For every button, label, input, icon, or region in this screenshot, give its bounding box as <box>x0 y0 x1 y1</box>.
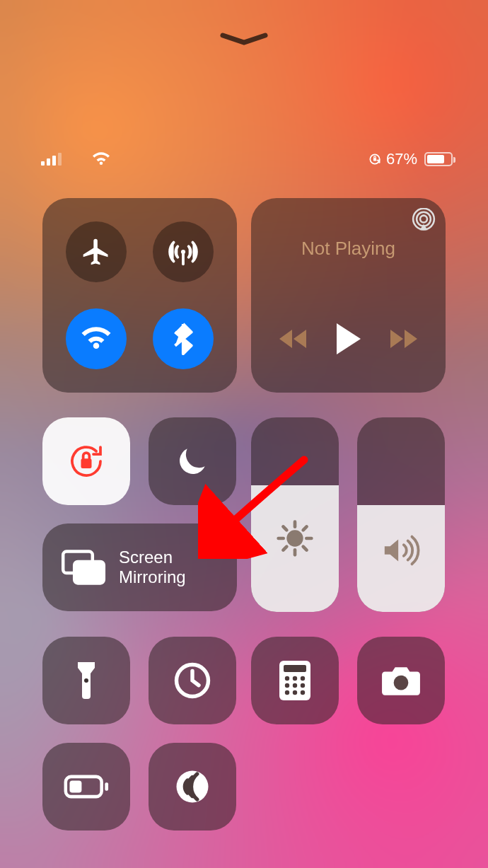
calculator-icon <box>279 661 310 700</box>
rewind-icon <box>278 328 308 349</box>
cellular-signal-icon <box>41 153 62 166</box>
do-not-disturb-button[interactable] <box>149 417 236 505</box>
volume-slider[interactable] <box>357 417 445 612</box>
cellular-antenna-icon <box>167 236 199 268</box>
media-tile[interactable]: Not Playing <box>251 198 446 393</box>
timer-icon <box>173 661 211 700</box>
rotation-lock-icon <box>65 440 108 482</box>
svg-point-4 <box>420 216 427 223</box>
battery-icon <box>424 152 453 166</box>
chevron-down-icon <box>219 33 269 47</box>
bluetooth-icon <box>173 323 194 355</box>
speaker-icon <box>380 533 422 568</box>
svg-point-28 <box>301 683 305 688</box>
moon-icon <box>175 444 210 479</box>
camera-icon <box>380 664 422 697</box>
wifi-button[interactable] <box>66 308 127 369</box>
wifi-icon <box>80 325 112 353</box>
forward-button[interactable] <box>389 328 419 352</box>
screen-mirror-icon <box>61 549 106 586</box>
play-button[interactable] <box>332 322 364 359</box>
svg-line-13 <box>283 526 286 530</box>
airplane-mode-button[interactable] <box>66 221 127 282</box>
svg-point-19 <box>84 678 88 683</box>
rotation-lock-icon <box>368 152 382 166</box>
svg-point-25 <box>301 676 305 681</box>
wifi-icon <box>91 151 111 167</box>
brightness-slider[interactable] <box>251 417 339 612</box>
svg-line-16 <box>303 526 307 530</box>
battery-percentage: 67% <box>386 150 417 168</box>
svg-line-14 <box>303 547 307 550</box>
svg-point-32 <box>394 676 409 690</box>
bluetooth-button[interactable] <box>153 308 214 369</box>
calculator-button[interactable] <box>251 637 339 724</box>
rewind-button[interactable] <box>278 328 308 352</box>
screen-mirroring-label: Screen Mirroring <box>119 548 186 586</box>
airplay-button[interactable] <box>412 208 436 235</box>
flashlight-button[interactable] <box>42 637 130 724</box>
svg-rect-1 <box>373 158 376 161</box>
airplane-icon <box>81 236 112 267</box>
connectivity-tile[interactable] <box>42 198 237 393</box>
svg-point-8 <box>289 532 302 545</box>
svg-point-31 <box>301 690 305 695</box>
svg-point-26 <box>285 683 289 688</box>
airplay-icon <box>412 208 436 232</box>
status-bar: 67% <box>0 149 488 170</box>
screen-mirroring-button[interactable]: Screen Mirroring <box>42 523 237 611</box>
camera-button[interactable] <box>357 637 445 724</box>
svg-rect-35 <box>69 781 81 793</box>
rotation-lock-button[interactable] <box>42 417 130 505</box>
nfc-icon <box>173 768 211 806</box>
svg-point-5 <box>417 212 431 226</box>
svg-line-15 <box>283 547 286 550</box>
battery-low-icon <box>64 775 109 799</box>
dismiss-handle[interactable] <box>219 33 269 47</box>
svg-point-30 <box>293 690 297 695</box>
play-icon <box>332 322 364 356</box>
sun-icon <box>275 519 315 558</box>
forward-icon <box>389 328 419 349</box>
svg-point-23 <box>285 676 289 681</box>
media-title: Not Playing <box>251 238 446 260</box>
flashlight-icon <box>74 659 98 702</box>
svg-rect-18 <box>74 562 104 583</box>
svg-point-29 <box>285 690 289 695</box>
svg-point-27 <box>293 683 297 688</box>
nfc-button[interactable] <box>149 743 236 831</box>
cellular-data-button[interactable] <box>153 221 214 282</box>
svg-rect-22 <box>284 665 306 672</box>
svg-rect-34 <box>105 782 108 790</box>
timer-button[interactable] <box>149 637 236 724</box>
svg-point-24 <box>293 676 297 681</box>
svg-rect-7 <box>81 458 92 468</box>
low-power-button[interactable] <box>42 743 130 831</box>
